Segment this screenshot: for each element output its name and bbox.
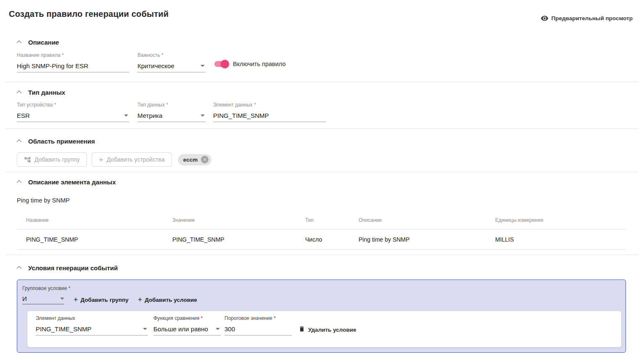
caret-down-icon [216,328,220,330]
section-data-type-title: Тип данных [28,89,65,96]
plus-icon: + [74,296,78,303]
device-type-label: Тип устройства * [17,102,129,108]
add-condition-button-label: Добавить условие [145,297,197,303]
add-condition-group-button[interactable]: + Добавить группу [74,296,129,303]
comparison-function-value: Больше или равно [153,325,208,333]
table-header-description: Описание [349,212,486,229]
group-condition-label: Групповое условие * [22,285,70,291]
page-title: Создать правило генерации событий [9,9,169,19]
group-tree-icon [24,156,31,163]
plus-icon: + [138,296,143,303]
section-scope: Область применения Добавить группу + Доб… [9,138,635,172]
chevron-up-icon[interactable] [16,39,23,46]
device-type-select[interactable]: ESR [17,112,129,122]
add-condition-button[interactable]: + Добавить условие [138,296,197,303]
delete-condition-button[interactable]: Удалить условие [298,325,356,334]
section-divider [5,82,639,82]
add-devices-button-label: Добавить устройства [107,156,165,163]
section-divider [5,172,639,172]
table-cell-type: Число [296,229,349,249]
eye-icon [541,14,549,22]
add-group-button[interactable]: Добавить группу [17,152,87,167]
add-group-button-label: Добавить группу [34,156,80,163]
chevron-up-icon[interactable] [16,179,23,186]
section-divider [5,255,639,255]
rule-name-label: Название правила * [17,52,129,58]
threshold-field: Пороговое значение * [224,315,292,335]
condition-card: Элемент данных PING_TIME_SNMP Функция ср… [27,311,621,347]
rule-name-input[interactable] [17,62,129,72]
data-type-field: Тип данных * Метрика [137,102,206,122]
data-element-field: Элемент данных * [213,102,326,122]
group-condition-value: И [22,295,27,302]
section-element-description-title: Описание элемента данных [28,178,116,186]
chevron-up-icon[interactable] [16,89,23,96]
preview-button[interactable]: Предварительный просмотр [538,14,635,23]
condition-data-element-select[interactable]: PING_TIME_SNMP [36,325,148,335]
page-header: Создать правило генерации событий Предва… [9,0,635,23]
table-cell-name: PING_TIME_SNMP [17,229,163,249]
section-element-description: Описание элемента данных Ping time by SN… [9,178,635,250]
group-condition-select[interactable]: И [22,295,64,304]
device-type-value: ESR [17,112,30,119]
condition-group-box: Групповое условие * И + Добавить группу … [17,279,626,353]
condition-data-element-field: Элемент данных PING_TIME_SNMP [36,315,148,335]
table-header-row: Название Значение Тип Описание Единицы и… [17,212,626,229]
create-rule-page: Создать правило генерации событий Предва… [0,0,644,362]
condition-data-element-value: PING_TIME_SNMP [36,325,92,333]
table-cell-value: PING_TIME_SNMP [163,229,296,249]
rule-name-field: Название правила * [17,52,129,72]
section-divider [5,128,639,129]
table-row: PING_TIME_SNMP PING_TIME_SNMP Число Ping… [17,229,626,250]
table-header-value: Значение [163,212,296,229]
section-conditions: Условия генерации событий Групповое усло… [9,264,635,353]
data-type-label: Тип данных * [137,102,206,108]
table-cell-description: Ping time by SNMP [349,229,486,249]
data-type-value: Метрика [137,112,162,119]
caret-down-icon [201,65,205,67]
trash-icon [298,325,305,334]
severity-value: Критическое [137,62,174,69]
comparison-function-field: Функция сравнения * Больше или равно [153,315,221,335]
section-data-type: Тип данных Тип устройства * ESR Тип данн… [9,89,635,128]
condition-data-element-label: Элемент данных [36,315,148,321]
enable-rule-label: Включить правило [233,61,286,67]
table-header-name: Название [17,212,163,229]
table-cell-units: MILLIS [486,229,626,249]
section-description-title: Описание [28,39,59,46]
toggle-switch-icon [214,60,229,68]
caret-down-icon [201,114,205,117]
scope-chip: eccm × [178,154,212,165]
threshold-label: Пороговое значение * [224,315,292,321]
device-type-field: Тип устройства * ESR [17,102,129,122]
plus-icon: + [99,156,103,164]
add-devices-button[interactable]: + Добавить устройства [92,152,172,167]
data-element-label: Элемент данных * [213,102,326,108]
caret-down-icon [60,298,64,300]
section-conditions-title: Условия генерации событий [28,264,118,272]
add-condition-group-button-label: Добавить группу [81,297,129,303]
element-description-subtitle: Ping time by SNMP [17,197,635,204]
enable-rule-toggle[interactable]: Включить правило [214,60,286,68]
close-circle-icon[interactable]: × [201,156,209,163]
scope-chip-label: eccm [183,157,198,163]
caret-down-icon [124,114,128,117]
threshold-input[interactable] [224,325,292,335]
table-header-type: Тип [296,212,349,229]
table-header-units: Единицы измерения [486,212,626,229]
data-type-select[interactable]: Метрика [137,112,206,122]
section-description: Описание Название правила * Важность * К… [9,39,635,82]
comparison-function-select[interactable]: Больше или равно [153,325,221,335]
severity-select[interactable]: Критическое [137,62,206,72]
element-description-table: Название Значение Тип Описание Единицы и… [17,212,626,250]
chevron-up-icon[interactable] [16,138,23,145]
severity-label: Важность * [137,52,206,58]
comparison-function-label: Функция сравнения * [153,315,221,321]
data-element-input[interactable] [213,112,326,122]
severity-field: Важность * Критическое [137,52,206,72]
delete-condition-button-label: Удалить условие [308,327,356,333]
chevron-up-icon[interactable] [16,265,23,272]
caret-down-icon [143,328,147,330]
preview-button-label: Предварительный просмотр [552,15,633,21]
section-scope-title: Область применения [28,138,95,145]
